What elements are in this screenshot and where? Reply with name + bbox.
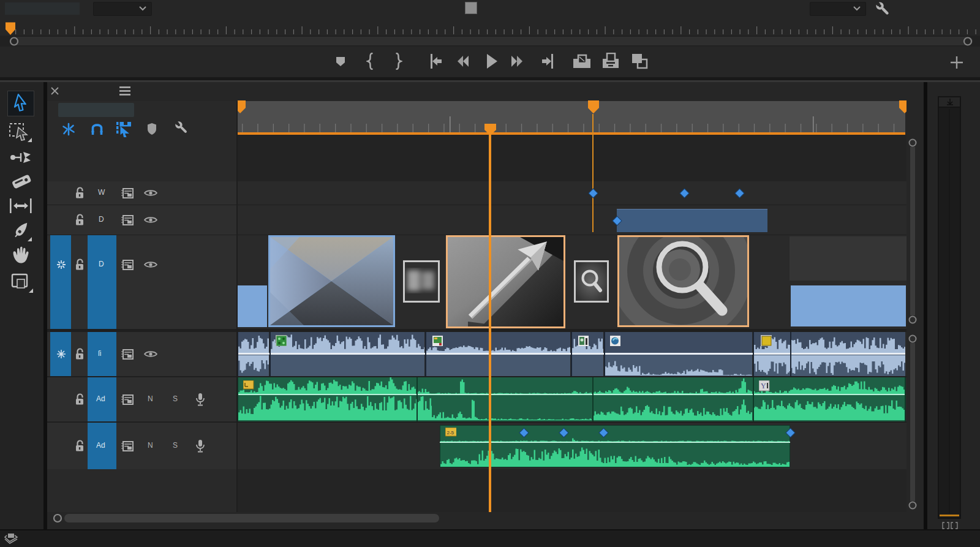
svg-text:Y: Y	[761, 382, 766, 390]
svg-text:2-5: 2-5	[447, 430, 454, 436]
